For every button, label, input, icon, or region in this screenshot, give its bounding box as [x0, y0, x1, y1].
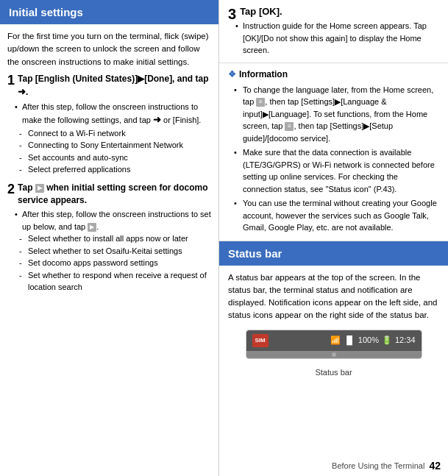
step-1-content: Tap [English (United States)]▶[Done], an…: [7, 73, 211, 176]
next-icon: ▶: [35, 184, 44, 193]
footer-page-number: 42: [429, 460, 441, 472]
information-section: ❖ Information To change the language lat…: [219, 63, 448, 241]
left-column: Initial settings For the first time you …: [0, 0, 219, 476]
step-3-bullet-1: Instruction guide for the Home screen ap…: [235, 20, 439, 57]
step-1-block: 1 Tap [English (United States)]▶[Done], …: [7, 73, 211, 176]
step-3-title: Tap [OK].: [228, 6, 439, 17]
step-1-dash-item-2: Connecting to Sony Entertainment Network: [19, 139, 211, 152]
next-icon-2: ▶: [88, 223, 96, 232]
step-2-dash-item-3: Set docomo apps password settings: [19, 257, 211, 269]
status-bar-body: A status bar appears at the top of the s…: [219, 266, 448, 385]
info-item-1: To change the language later, from the H…: [234, 84, 439, 145]
status-bar-title: Status bar: [228, 247, 282, 260]
initial-settings-body: For the first time you turn on the termi…: [0, 24, 218, 305]
status-bar-header: Status bar: [219, 241, 448, 266]
step-3-section: 3 Tap [OK]. Instruction guide for the Ho…: [219, 0, 448, 63]
step-1-title: Tap [English (United States)]▶[Done], an…: [7, 73, 211, 99]
time-display: 12:34: [395, 334, 416, 347]
step-2-title: Tap ▶ when initial setting screen for do…: [7, 182, 211, 207]
wifi-icon: 📶: [330, 334, 341, 347]
step-1-details: After this step, follow the onscreen ins…: [7, 101, 211, 176]
battery-text: 100%: [358, 334, 379, 347]
status-bar-bottom: [246, 351, 422, 358]
step-2-dash-item-1: Select whether to install all apps now o…: [19, 232, 211, 245]
footer-label: Before Using the Terminal: [332, 461, 424, 470]
step-1-dash-list: Connect to a Wi-Fi network Connecting to…: [9, 127, 211, 176]
step-1-arrow2-icon: ➜: [153, 113, 161, 127]
step-2-dash-list: Select whether to install all apps now o…: [9, 232, 211, 294]
step-1-number: 1: [7, 73, 15, 89]
menu-icon-2: ≡: [285, 122, 294, 131]
initial-settings-header: Initial settings: [0, 0, 218, 24]
status-bar-caption: Status bar: [228, 366, 439, 379]
step-2-content: Tap ▶ when initial setting screen for do…: [7, 182, 211, 294]
step-2-dash-item-4: Set whether to respond when receive a re…: [19, 269, 211, 294]
status-bar-description: A status bar appears at the top of the s…: [228, 271, 439, 322]
right-column: 3 Tap [OK]. Instruction guide for the Ho…: [219, 0, 448, 476]
step-2-details: After this step, follow the onscreen ins…: [7, 208, 211, 294]
step-3-details: Instruction guide for the Home screen ap…: [228, 20, 439, 57]
information-list: To change the language later, from the H…: [228, 84, 439, 234]
battery-icon: 🔋: [382, 334, 392, 347]
step-1-dash-item-1: Connect to a Wi-Fi network: [19, 127, 211, 140]
step-1-dash-item-4: Select preferred applications: [19, 163, 211, 176]
status-icons-left: SIM: [252, 334, 269, 347]
menu-icon-1: ≡: [256, 98, 265, 107]
step-2-number: 2: [7, 182, 15, 198]
step-1-arrow-icon: ➜: [18, 85, 26, 99]
sim-icon: SIM: [252, 334, 269, 347]
info-item-2: Make sure that the data connection is av…: [234, 146, 439, 195]
status-bar-section: Status bar A status bar appears at the t…: [219, 241, 448, 477]
initial-settings-title: Initial settings: [9, 6, 83, 18]
information-title: ❖ Information: [228, 68, 439, 81]
step-2-dash-item-2: Select whether to set Osaifu-Keitai sett…: [19, 245, 211, 257]
step-3-content: Tap [OK]. Instruction guide for the Home…: [228, 6, 439, 57]
home-dot-icon: [332, 352, 336, 357]
step-2-bullet-1: After this step, follow the onscreen ins…: [15, 208, 211, 232]
status-bar-image: SIM 📶 ▐▌ 100% 🔋 12:34: [246, 330, 422, 359]
status-icons-right: 📶 ▐▌ 100% 🔋 12:34: [330, 334, 415, 347]
step-3-block: 3 Tap [OK]. Instruction guide for the Ho…: [228, 6, 439, 57]
step-2-block: 2 Tap ▶ when initial setting screen for …: [7, 182, 211, 294]
step-1-bullet-1: After this step, follow the onscreen ins…: [15, 101, 211, 127]
signal-icon: ▐▌: [344, 334, 355, 347]
info-item-3: You can use the terminal without creatin…: [234, 197, 439, 234]
intro-text: For the first time you turn on the termi…: [7, 30, 211, 68]
status-bar-sim: SIM 📶 ▐▌ 100% 🔋 12:34: [246, 330, 422, 351]
diamond-icon: ❖: [228, 68, 236, 81]
page-footer: Before Using the Terminal 42: [332, 460, 441, 472]
step-1-dash-item-3: Set accounts and auto-sync: [19, 152, 211, 164]
